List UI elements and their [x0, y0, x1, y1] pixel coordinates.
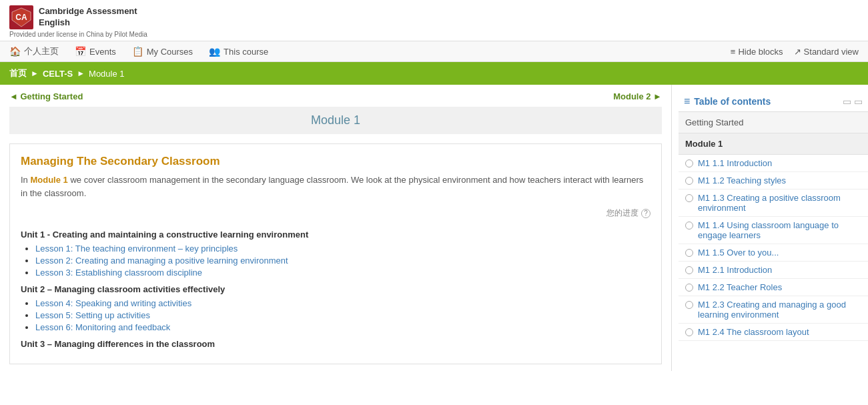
breadcrumb-sep-1: ►: [31, 69, 39, 78]
breadcrumb-module: Module 1: [89, 69, 124, 79]
progress-row: 您的进度 ?: [21, 208, 650, 219]
toc-link-9[interactable]: M1 2.4 The classroom layout: [698, 327, 809, 337]
toc-item: M1 1.1 Introduction: [679, 155, 868, 172]
toc-title: ≡ Table of contents: [684, 95, 771, 107]
lesson-3-link[interactable]: Lesson 3: Establishing classroom discipl…: [35, 268, 202, 278]
toc-radio-5[interactable]: [685, 249, 693, 257]
breadcrumb-celt[interactable]: CELT-S: [43, 69, 73, 79]
svg-text:CA: CA: [15, 13, 27, 22]
unit-2-title: Unit 2 – Managing classroom activities e…: [21, 284, 650, 294]
list-item: Lesson 4: Speaking and writing activitie…: [35, 298, 650, 308]
toc-item: M1 1.4 Using classroom language to engag…: [679, 217, 868, 244]
standard-view-label: Standard view: [804, 47, 859, 57]
toc-radio-7[interactable]: [685, 284, 693, 292]
site-name: Cambridge Assessment English: [39, 6, 137, 29]
lesson-2-link[interactable]: Lesson 2: Creating and managing a positi…: [35, 256, 288, 266]
toc-item: M1 2.1 Introduction: [679, 262, 868, 279]
toc-radio-3[interactable]: [685, 194, 693, 202]
hide-blocks-button[interactable]: ≡ Hide blocks: [731, 47, 783, 57]
list-item: Lesson 3: Establishing classroom discipl…: [35, 268, 650, 278]
next-page-link[interactable]: Module 2 ►: [613, 91, 662, 101]
content-title: Managing The Secondary Classroom: [21, 155, 650, 168]
content-box: Managing The Secondary Classroom In Modu…: [9, 143, 662, 364]
list-item: Lesson 5: Setting up activities: [35, 310, 650, 320]
toc-radio-9[interactable]: [685, 328, 693, 336]
lesson-4-link[interactable]: Lesson 4: Speaking and writing activitie…: [35, 298, 191, 308]
nav-events[interactable]: 📅 Events: [75, 46, 116, 57]
courses-icon: 📋: [132, 46, 143, 57]
toc-link-4[interactable]: M1 1.4 Using classroom language to engag…: [698, 220, 861, 240]
unit-3-title: Unit 3 – Managing differences in the cla…: [21, 339, 650, 349]
toc-radio-6[interactable]: [685, 266, 693, 274]
calendar-icon: 📅: [75, 46, 86, 57]
list-item: Lesson 6: Monitoring and feedback: [35, 322, 650, 332]
page-navigation: ◄ Getting Started Module 2 ►: [9, 91, 662, 101]
toc-link-1[interactable]: M1 1.1 Introduction: [698, 158, 772, 168]
toc-link-3[interactable]: M1 1.3 Creating a positive classroom env…: [698, 193, 861, 213]
license-text: Provided under license in China by Pilot…: [9, 31, 859, 38]
lesson-5-link[interactable]: Lesson 5: Setting up activities: [35, 310, 150, 320]
menu-icon: ≡: [731, 47, 736, 57]
group-icon: 👥: [209, 46, 220, 57]
cambridge-logo: CA: [9, 5, 33, 29]
progress-info-icon[interactable]: ?: [641, 209, 650, 218]
lesson-1-link[interactable]: Lesson 1: The teaching environment – key…: [35, 244, 238, 254]
toc-section: Getting Started Module 1 M1 1.1 Introduc…: [679, 112, 868, 341]
standard-view-button[interactable]: ↗ Standard view: [794, 47, 859, 57]
progress-label: 您的进度: [606, 208, 638, 219]
toc-link-6[interactable]: M1 2.1 Introduction: [698, 265, 772, 275]
toc-radio-4[interactable]: [685, 222, 693, 230]
nav-this-course[interactable]: 👥 This course: [209, 46, 268, 57]
toc-link-7[interactable]: M1 2.2 Teacher Roles: [698, 282, 782, 292]
nav-events-label: Events: [89, 47, 116, 57]
toc-getting-started[interactable]: Getting Started: [679, 112, 868, 133]
nav-this-course-label: This course: [224, 47, 268, 57]
list-item: Lesson 2: Creating and managing a positi…: [35, 256, 650, 266]
expand-icon: ↗: [794, 47, 801, 57]
toc-item: M1 1.5 Over to you...: [679, 244, 868, 262]
toc-item: M1 2.2 Teacher Roles: [679, 279, 868, 296]
home-icon: 🏠: [9, 46, 21, 57]
toc-item: M1 2.3 Creating and managing a good lear…: [679, 296, 868, 324]
toc-item: M1 1.3 Creating a positive classroom env…: [679, 189, 868, 217]
lesson-6-link[interactable]: Lesson 6: Monitoring and feedback: [35, 322, 170, 332]
collapse-icon[interactable]: ▭: [843, 96, 851, 107]
unit-1-title: Unit 1 - Creating and maintaining a cons…: [21, 230, 650, 240]
expand-sidebar-icon[interactable]: ▭: [854, 96, 863, 107]
sidebar: ≡ Table of contents ▭ ▭ Getting Started …: [671, 85, 868, 371]
unit-2-lessons: Lesson 4: Speaking and writing activitie…: [35, 298, 650, 332]
toc-module-header: Module 1: [679, 133, 868, 155]
toc-link-8[interactable]: M1 2.3 Creating and managing a good lear…: [698, 300, 861, 320]
list-icon: ≡: [684, 95, 690, 107]
unit-1-lessons: Lesson 1: The teaching environment – key…: [35, 244, 650, 278]
hide-blocks-label: Hide blocks: [738, 47, 783, 57]
sidebar-header: ≡ Table of contents ▭ ▭: [679, 91, 868, 112]
toc-link-5[interactable]: M1 1.5 Over to you...: [698, 248, 779, 258]
breadcrumb-sep-2: ►: [77, 69, 85, 78]
content-intro: In Module 1 we cover classroom managemen…: [21, 173, 650, 199]
breadcrumb-home[interactable]: 首页: [9, 67, 27, 79]
module-title-box: Module 1: [9, 107, 662, 134]
module-title: Module 1: [16, 113, 655, 127]
nav-home-label: 个人主页: [24, 45, 59, 57]
toc-radio-8[interactable]: [685, 301, 693, 309]
nav-home[interactable]: 🏠 个人主页: [9, 45, 59, 57]
toc-radio-2[interactable]: [685, 177, 693, 185]
toc-radio-1[interactable]: [685, 159, 693, 167]
breadcrumb: 首页 ► CELT-S ► Module 1: [0, 62, 868, 85]
list-item: Lesson 1: The teaching environment – key…: [35, 244, 650, 254]
nav-my-courses-label: My Courses: [147, 47, 193, 57]
toc-item: M1 1.2 Teaching styles: [679, 172, 868, 189]
prev-page-link[interactable]: ◄ Getting Started: [9, 91, 83, 101]
nav-my-courses[interactable]: 📋 My Courses: [132, 46, 193, 57]
toc-item: M1 2.4 The classroom layout: [679, 324, 868, 341]
toc-link-2[interactable]: M1 1.2 Teaching styles: [698, 175, 786, 185]
